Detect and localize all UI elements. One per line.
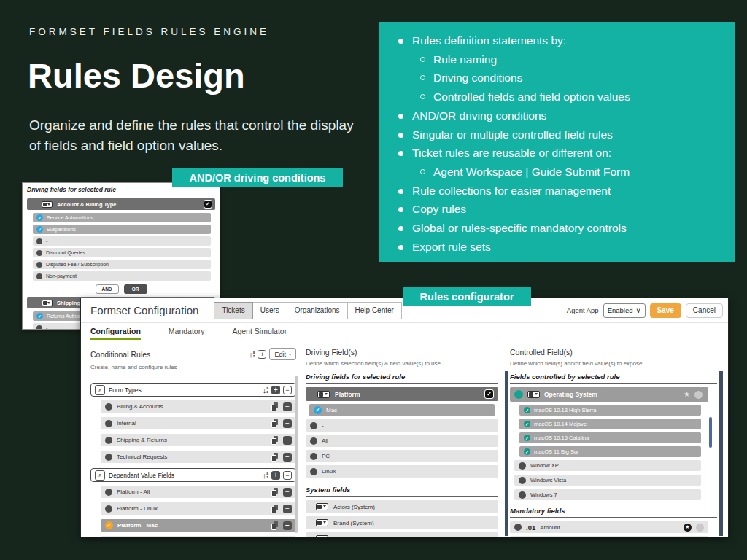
system-field-row[interactable]: Actors (System) bbox=[306, 500, 498, 513]
driving-field-platform[interactable]: Platform ✓ bbox=[306, 387, 498, 401]
tab-configuration[interactable]: Configuration bbox=[90, 327, 141, 340]
controlled-panel-scrollbar-thumb[interactable] bbox=[709, 417, 712, 448]
agent-app-select[interactable]: Enabled ∨ bbox=[603, 303, 646, 318]
rule-row[interactable]: Internal− bbox=[101, 417, 296, 429]
option-row[interactable]: All bbox=[306, 435, 498, 447]
check-circle-icon: ✓ bbox=[36, 214, 43, 221]
and-button[interactable]: AND bbox=[96, 284, 119, 294]
mini-option-row[interactable]: ✓Service Automations bbox=[33, 213, 211, 222]
save-button[interactable]: Save bbox=[650, 303, 681, 318]
agent-app-value: Enabled bbox=[608, 306, 633, 314]
option-row[interactable]: Linux bbox=[306, 465, 498, 478]
add-button[interactable]: + bbox=[271, 471, 280, 480]
rule-row[interactable]: Platform - Linux− bbox=[101, 502, 296, 515]
mini-option-row[interactable]: Discount Queries bbox=[33, 248, 211, 257]
rule-row-selected[interactable]: ✓Platform - Mac− bbox=[101, 519, 296, 532]
option-row[interactable]: ✓Mac bbox=[309, 404, 495, 416]
rule-group-form-types[interactable]: ∧ Form Types ↓az + − bbox=[90, 383, 296, 397]
mini-option-row[interactable]: Non-payment bbox=[33, 271, 211, 281]
mini-field-group-account-billing[interactable]: Account & Billing Type ✓ bbox=[27, 198, 215, 210]
mandatory-star-icon[interactable]: ★ bbox=[684, 524, 692, 532]
add-rule-button[interactable]: + bbox=[258, 350, 266, 359]
mini-option-row[interactable]: Disputed Fee / Subscription bbox=[33, 260, 211, 269]
feature-text: AND/OR driving conditions bbox=[412, 109, 546, 122]
nav-tab-organizations[interactable]: Organizations bbox=[287, 302, 348, 319]
system-field-row[interactable]: Brand (System) bbox=[306, 516, 498, 529]
collapse-icon[interactable]: ∧ bbox=[95, 385, 105, 395]
copy-icon[interactable] bbox=[271, 402, 279, 411]
tab-agent-simulator[interactable]: Agent Simulator bbox=[232, 327, 287, 340]
delete-rule-button[interactable]: − bbox=[283, 488, 292, 497]
feature-text: Copy rules bbox=[412, 203, 466, 215]
system-field-list: Actors (System) Brand (System) Cloudset … bbox=[306, 500, 498, 537]
delete-rule-button[interactable]: − bbox=[283, 419, 292, 428]
system-field-row[interactable]: Cloudset role (System) bbox=[306, 532, 498, 537]
edit-dropdown[interactable]: Edit▾ bbox=[269, 348, 296, 360]
rule-row[interactable]: Technical Requests− bbox=[101, 451, 296, 463]
controlled-panel-left-bar bbox=[505, 371, 508, 536]
left-column-scrollbar[interactable] bbox=[295, 376, 298, 533]
delete-rule-button[interactable]: − bbox=[283, 521, 292, 530]
copy-icon[interactable] bbox=[271, 488, 279, 496]
option-row[interactable]: Windows 7 bbox=[514, 489, 701, 500]
option-row[interactable]: ✓macOS 10.13 High Sierra bbox=[519, 405, 701, 416]
option-row[interactable]: Windows Vista bbox=[514, 475, 701, 486]
circle-button-icon[interactable] bbox=[694, 391, 703, 399]
copy-icon[interactable] bbox=[271, 505, 279, 513]
nav-tab-help-center[interactable]: Help Center bbox=[347, 302, 402, 319]
chevron-down-icon: ∨ bbox=[636, 306, 641, 314]
option-row[interactable]: ✓macOS 10.14 Mojave bbox=[519, 419, 701, 429]
cancel-button[interactable]: Cancel bbox=[686, 303, 723, 318]
star-icon[interactable]: ★ bbox=[684, 391, 690, 398]
nav-tab-users[interactable]: Users bbox=[252, 302, 287, 319]
driving-fields-column: Driving Field(s) Define which selection … bbox=[306, 348, 498, 537]
header-actions: Agent App Enabled ∨ Save Cancel bbox=[567, 303, 723, 318]
remove-button[interactable]: − bbox=[283, 471, 292, 480]
rule-group-dependant-value-fields[interactable]: ∧ Dependant Value Fields ↓az + − bbox=[90, 468, 296, 482]
sort-icon[interactable]: ↓az bbox=[263, 472, 268, 479]
option-row[interactable]: Window XP bbox=[514, 460, 701, 471]
copy-icon[interactable] bbox=[271, 419, 279, 427]
mini-option-row[interactable]: ✓Suspensions bbox=[33, 225, 211, 234]
rule-row[interactable]: Platform - PC− bbox=[101, 536, 296, 537]
field-checkbox[interactable]: ✓ bbox=[204, 201, 212, 208]
mini-option-row[interactable]: - bbox=[33, 236, 211, 246]
select-field-icon bbox=[317, 391, 330, 398]
bullet-icon bbox=[420, 57, 425, 62]
option-row[interactable]: - bbox=[306, 419, 498, 432]
copy-icon[interactable] bbox=[271, 521, 279, 529]
option-row[interactable]: ✓macOS 11 Big Sur bbox=[519, 446, 701, 457]
rule-row[interactable]: Billing & Accounts− bbox=[101, 400, 296, 413]
dot-icon bbox=[519, 477, 526, 484]
circle-button-icon[interactable] bbox=[696, 524, 704, 532]
group-icons: ↓az + − bbox=[263, 471, 292, 480]
check-circle-icon: ✓ bbox=[524, 407, 530, 413]
sort-icon[interactable]: ↓az bbox=[249, 351, 255, 358]
mandatory-field-row[interactable]: Application Category ★ bbox=[510, 536, 708, 537]
rule-row[interactable]: Platform - All− bbox=[101, 486, 296, 498]
remove-button[interactable]: − bbox=[283, 386, 292, 394]
nav-tab-tickets[interactable]: Tickets bbox=[214, 302, 252, 319]
delete-rule-button[interactable]: − bbox=[283, 505, 292, 513]
delete-rule-button[interactable]: − bbox=[283, 402, 292, 411]
rule-label: Internal bbox=[117, 420, 136, 427]
collapse-icon[interactable]: ∧ bbox=[95, 470, 105, 481]
add-button[interactable]: + bbox=[271, 386, 280, 394]
or-button[interactable]: OR bbox=[124, 284, 147, 294]
field-checkbox[interactable]: ✓ bbox=[485, 390, 493, 398]
tab-mandatory[interactable]: Mandatory bbox=[169, 327, 205, 340]
delete-rule-button[interactable]: − bbox=[283, 436, 292, 445]
rule-row[interactable]: Shipping & Returns− bbox=[101, 434, 296, 446]
option-row[interactable]: PC bbox=[306, 450, 498, 462]
copy-icon[interactable] bbox=[271, 436, 279, 444]
mandatory-field-row[interactable]: .01 Amount ★ bbox=[510, 521, 708, 533]
option-label: Service Automations bbox=[47, 215, 93, 220]
dot-icon bbox=[519, 462, 526, 470]
copy-icon[interactable] bbox=[271, 453, 279, 461]
delete-rule-button[interactable]: − bbox=[283, 453, 292, 462]
sort-icon[interactable]: ↓az bbox=[263, 386, 268, 394]
system-field-label: Actors (System) bbox=[333, 504, 375, 510]
option-row[interactable]: ✓macOS 10.15 Catalina bbox=[519, 432, 701, 443]
field-type-prefix: .01 bbox=[526, 524, 535, 532]
controlled-field-operating-system[interactable]: Operating System ★ bbox=[510, 387, 708, 402]
